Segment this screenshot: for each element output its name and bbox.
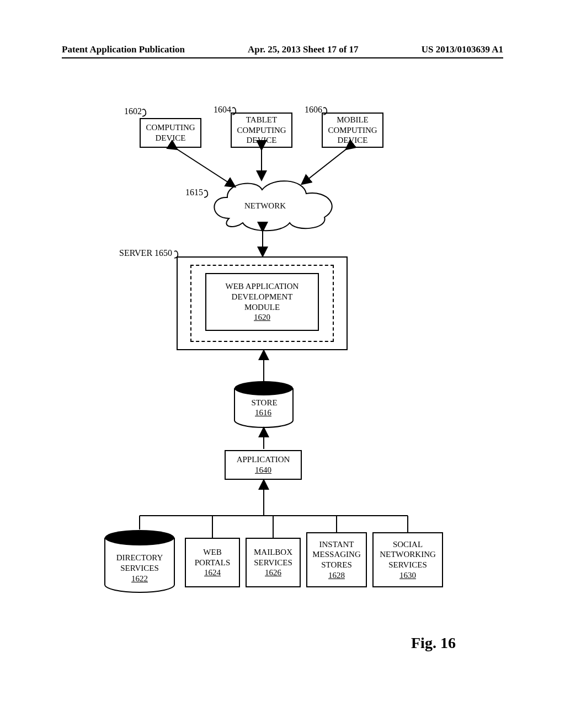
svg-line-2: [177, 149, 234, 186]
svg-line-4: [302, 149, 347, 184]
connectors: [0, 0, 565, 728]
page-root: Patent Application Publication Apr. 25, …: [0, 0, 565, 728]
figure-number: Fig. 16: [411, 634, 456, 652]
